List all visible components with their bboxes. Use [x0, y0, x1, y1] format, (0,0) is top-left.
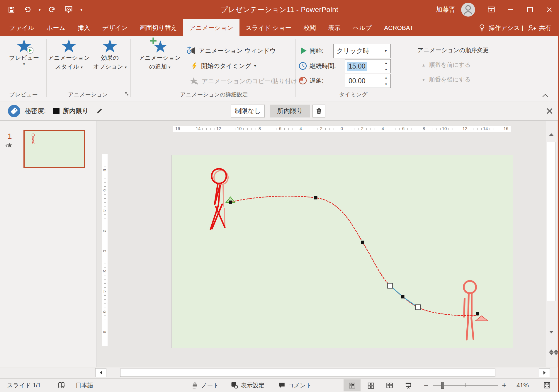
slide-editing-surface[interactable] [171, 155, 513, 348]
animation-pane-icon [186, 46, 196, 55]
ruler-horizontal[interactable]: 1614121086420246810121416 [173, 126, 511, 132]
scroll-up-icon[interactable] [549, 128, 554, 134]
slide-1-thumbnail[interactable] [23, 130, 85, 168]
start-trigger-select[interactable]: クリック時 ▾ [333, 44, 391, 58]
ruler-vertical[interactable]: 864202468 [102, 154, 108, 346]
dropdown-arrow-icon: ▾ [23, 62, 25, 66]
animation-styles-button[interactable]: アニメーション スタイル ▾ [47, 39, 90, 71]
view-reading-button[interactable] [381, 379, 398, 391]
ruler-v-number: 0 [102, 248, 107, 254]
vertical-scrollbar[interactable] [546, 121, 557, 367]
sensitivity-bar: 秘密度: 所内限り 制限なし 所内限り [0, 101, 559, 121]
collapse-ribbon-icon[interactable] [542, 93, 549, 98]
preview-button[interactable]: プレビュー ▾ [6, 39, 42, 66]
zoom-level[interactable]: 41% [516, 379, 529, 392]
ruler-h-number: 6 [400, 126, 407, 131]
tab-view[interactable]: 表示 [322, 19, 347, 36]
animation-painter-button: アニメーションのコピー/貼り付け [190, 75, 297, 88]
delay-spinner[interactable]: ▲▼ [382, 74, 390, 88]
scroll-down-icon[interactable] [549, 333, 554, 339]
view-slide-sorter-button[interactable] [362, 379, 379, 391]
fit-to-window-icon [543, 381, 551, 389]
undo-icon[interactable] [23, 6, 31, 13]
ruler-h-number: 10 [236, 126, 243, 131]
previous-slide-icon[interactable] [549, 345, 558, 350]
add-animation-button[interactable]: アニメーション の追加 ▾ [138, 39, 182, 71]
account-user-name[interactable]: 加藤晋 [436, 5, 455, 14]
zoom-out-button[interactable]: − [424, 379, 429, 392]
scroll-right-icon[interactable] [539, 368, 550, 377]
scroll-left-icon[interactable] [95, 368, 106, 377]
dismiss-bar-icon[interactable] [546, 107, 553, 115]
redo-icon[interactable] [48, 6, 57, 13]
vertical-scrollbar-thumb[interactable] [547, 142, 556, 301]
sensitivity-option-internal[interactable]: 所内限り [270, 105, 310, 117]
slide-thumbnail-panel[interactable]: 1 [0, 121, 97, 367]
animation-indicator-icon[interactable] [5, 142, 12, 148]
display-settings-button[interactable]: 表示設定 [230, 379, 264, 392]
close-button[interactable] [540, 0, 559, 19]
stick-figure-start[interactable] [210, 169, 228, 229]
dialog-launcher-icon[interactable] [124, 91, 129, 96]
tab-animations[interactable]: アニメーション [183, 19, 239, 36]
duration-input[interactable]: 15.00 ▲▼ [345, 59, 391, 73]
dropdown-arrow-icon: ▾ [125, 65, 127, 69]
edit-pencil-icon[interactable] [96, 107, 103, 115]
save-icon[interactable] [8, 6, 15, 13]
share-button[interactable]: 共有 [539, 24, 551, 32]
animation-pane-button[interactable]: アニメーション ウィンドウ [186, 44, 276, 57]
ribbon-display-options-icon[interactable] [482, 0, 501, 19]
duration-spinner[interactable]: ▲▼ [382, 59, 390, 73]
tab-insert[interactable]: 挿入 [72, 19, 96, 36]
tab-review[interactable]: 校閲 [298, 19, 322, 36]
next-slide-icon[interactable] [549, 355, 558, 360]
slide-sorter-icon [367, 382, 375, 389]
slide-drawing[interactable] [172, 155, 513, 348]
motion-path-vertices[interactable] [229, 196, 479, 316]
view-normal-button[interactable] [344, 379, 361, 391]
tab-home[interactable]: ホーム [40, 19, 72, 36]
tab-transitions[interactable]: 画面切り替え [134, 19, 183, 36]
undo-dropdown-icon[interactable]: ▾ [39, 8, 41, 12]
horizontal-scrollbar[interactable] [0, 367, 559, 378]
language-indicator[interactable]: 日本語 [76, 379, 93, 392]
group-label-preview: プレビュー [3, 91, 44, 98]
tab-file[interactable]: ファイル [3, 19, 40, 36]
customize-qat-icon[interactable]: ▾ [81, 8, 83, 12]
duration-value: 15.00 [347, 62, 367, 71]
chevron-down-icon[interactable]: ▾ [381, 44, 390, 58]
fit-to-window-button[interactable] [543, 379, 551, 392]
start-slideshow-icon[interactable] [64, 5, 73, 14]
spin-down-icon: ▼ [382, 81, 390, 88]
tell-me-assistant[interactable]: 操作アシスト [489, 24, 523, 32]
maximize-button[interactable] [520, 0, 540, 19]
zoom-slider-notch [465, 383, 466, 387]
star-icon [103, 39, 117, 53]
share-person-icon [527, 24, 536, 32]
notes-icon [191, 381, 199, 389]
ruler-v-number: 2 [102, 228, 107, 234]
tab-design[interactable]: デザイン [96, 19, 134, 36]
view-slideshow-button[interactable] [400, 379, 417, 391]
horizontal-scrollbar-thumb[interactable] [120, 369, 495, 377]
trigger-button[interactable]: 開始のタイミング ▾ [191, 59, 256, 72]
effect-options-button[interactable]: 効果の オプション ▾ [91, 39, 128, 71]
spellcheck-icon[interactable] [57, 379, 66, 392]
delay-input[interactable]: 00.00 ▲▼ [345, 74, 391, 88]
avatar[interactable] [461, 2, 476, 17]
sensitivity-option-none[interactable]: 制限なし [231, 105, 265, 117]
zoom-slider-thumb[interactable] [441, 382, 444, 389]
stick-figure-end[interactable] [464, 281, 476, 340]
tab-slideshow[interactable]: スライド ショー [239, 19, 298, 36]
notes-button[interactable]: ノート [191, 379, 219, 392]
title-bar: プレゼンテーション11 - PowerPoint ▾ ▾ 加藤晋 [0, 0, 559, 19]
zoom-in-button[interactable]: + [502, 379, 507, 392]
start-label: 開始: [310, 44, 324, 57]
tab-help[interactable]: ヘルプ [347, 19, 378, 36]
motion-path[interactable] [230, 196, 478, 316]
minimize-button[interactable] [501, 0, 520, 19]
tab-acrobat[interactable]: ACROBAT [378, 19, 419, 36]
comments-button[interactable]: コメント [278, 379, 312, 392]
slide-counter[interactable]: スライド 1/1 [7, 379, 41, 392]
sensitivity-delete-button[interactable] [312, 105, 325, 117]
